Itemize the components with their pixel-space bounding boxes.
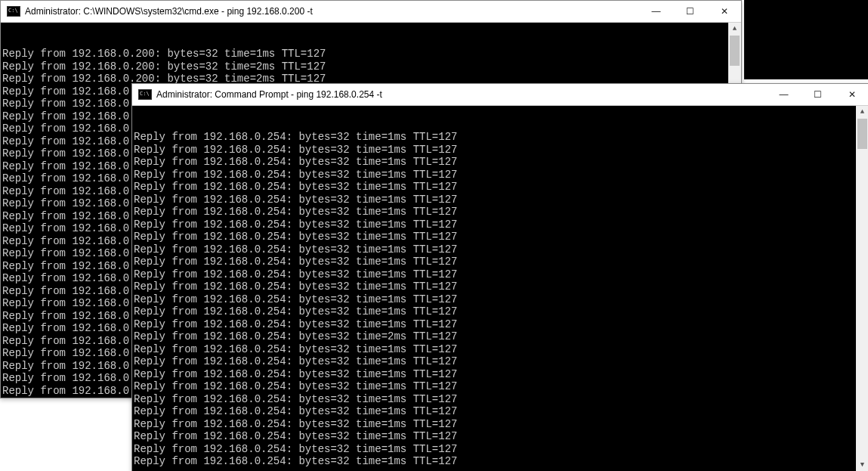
console-line: Reply from 192.168.0.254: bytes=32 time=… <box>134 443 868 456</box>
console-line: Reply from 192.168.0.254: bytes=32 time=… <box>134 393 868 406</box>
console-line: Reply from 192.168.0.254: bytes=32 time=… <box>134 268 868 281</box>
console-line: Reply from 192.168.0.254: bytes=32 time=… <box>134 194 868 206</box>
console-line: Reply from 192.168.0.254: bytes=32 time=… <box>134 318 868 331</box>
console-line: Reply from 192.168.0.254: bytes=32 time=… <box>134 405 868 418</box>
console-line: Reply from 192.168.0.254: bytes=32 time=… <box>134 455 868 468</box>
console-line: Reply from 192.168.0.254: bytes=32 time=… <box>134 280 868 293</box>
scroll-down-icon[interactable]: ▼ <box>856 459 868 471</box>
console-output-front[interactable]: Reply from 192.168.0.254: bytes=32 time=… <box>132 106 868 471</box>
minimize-button[interactable]: — <box>767 84 801 105</box>
scroll-up-icon[interactable]: ▲ <box>728 23 741 36</box>
cmd-window-front[interactable]: Administrator: Command Prompt - ping 192… <box>131 83 868 471</box>
console-line: Reply from 192.168.0.254: bytes=32 time=… <box>134 169 868 181</box>
scrollbar-front[interactable]: ▲ ▼ <box>856 106 868 471</box>
window-title-front: Administrator: Command Prompt - ping 192… <box>156 89 382 100</box>
desktop: Administrator: C:\WINDOWS\system32\cmd.e… <box>0 0 868 471</box>
titlebar-front[interactable]: Administrator: Command Prompt - ping 192… <box>132 84 868 106</box>
cmd-icon <box>7 6 20 17</box>
console-line: Reply from 192.168.0.254: bytes=32 time=… <box>134 243 868 256</box>
close-button[interactable]: ✕ <box>835 84 868 105</box>
console-line: Reply from 192.168.0.254: bytes=32 time=… <box>134 231 868 243</box>
close-button[interactable]: ✕ <box>707 1 741 22</box>
console-line: Reply from 192.168.0.254: bytes=32 time=… <box>134 343 868 356</box>
window-buttons-front: — ☐ ✕ <box>767 84 868 105</box>
scroll-up-icon[interactable]: ▲ <box>856 106 868 119</box>
console-line: Reply from 192.168.0.254: bytes=32 time=… <box>134 256 868 268</box>
console-line: Reply from 192.168.0.254: bytes=32 time=… <box>134 181 868 194</box>
background-black-panel <box>744 0 868 79</box>
console-line: Reply from 192.168.0.254: bytes=32 time=… <box>134 330 868 343</box>
console-line: Reply from 192.168.0.254: bytes=32 time=… <box>134 418 868 431</box>
scroll-thumb-front[interactable] <box>857 119 867 149</box>
maximize-button[interactable]: ☐ <box>801 84 835 105</box>
cmd-icon <box>138 89 152 100</box>
console-line: Reply from 192.168.0.254: bytes=32 time=… <box>134 305 868 318</box>
console-line: Reply from 192.168.0.254: bytes=32 time=… <box>134 156 868 169</box>
window-buttons-back: — ☐ ✕ <box>639 1 741 22</box>
console-line: Reply from 192.168.0.254: bytes=32 time=… <box>134 355 868 368</box>
window-title-back: Administrator: C:\WINDOWS\system32\cmd.e… <box>25 6 313 17</box>
maximize-button[interactable]: ☐ <box>673 1 707 22</box>
console-line: Reply from 192.168.0.254: bytes=32 time=… <box>134 206 868 218</box>
console-line: Reply from 192.168.0.200: bytes=32 time=… <box>2 60 741 73</box>
console-line: Reply from 192.168.0.254: bytes=32 time=… <box>134 380 868 393</box>
console-line: Reply from 192.168.0.254: bytes=32 time=… <box>134 293 868 306</box>
console-line: Reply from 192.168.0.254: bytes=32 time=… <box>134 144 868 156</box>
console-line: Reply from 192.168.0.254: bytes=32 time=… <box>134 368 868 381</box>
minimize-button[interactable]: — <box>639 1 673 22</box>
scroll-thumb-back[interactable] <box>730 36 740 66</box>
console-line: Reply from 192.168.0.200: bytes=32 time=… <box>2 48 741 60</box>
console-line: Reply from 192.168.0.254: bytes=32 time=… <box>134 430 868 443</box>
titlebar-back[interactable]: Administrator: C:\WINDOWS\system32\cmd.e… <box>1 1 741 23</box>
console-line: Reply from 192.168.0.254: bytes=32 time=… <box>134 131 868 144</box>
console-line: Reply from 192.168.0.254: bytes=32 time=… <box>134 218 868 231</box>
